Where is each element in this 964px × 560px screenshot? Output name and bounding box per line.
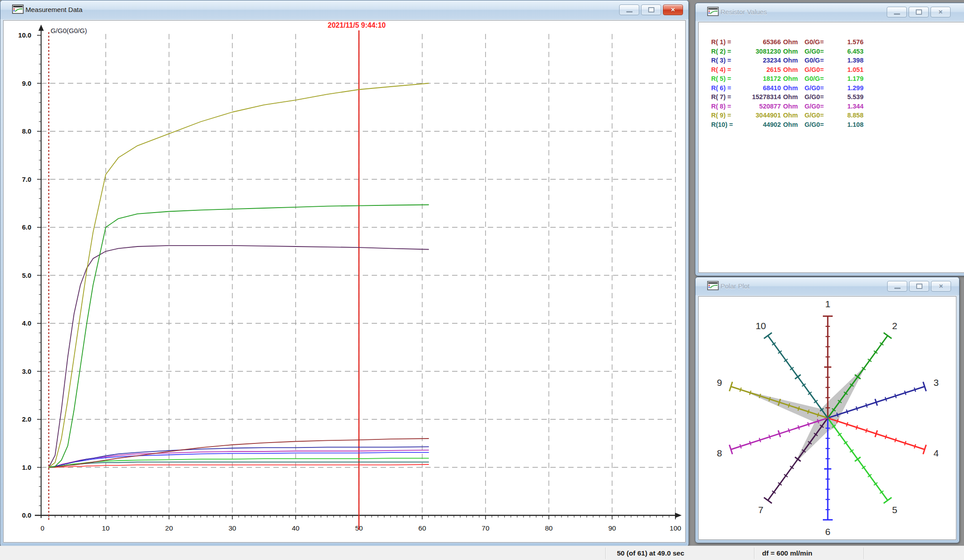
close-button[interactable]: ✕ bbox=[931, 281, 951, 292]
resistor-rg: G/G0= bbox=[802, 65, 831, 75]
minimize-button[interactable] bbox=[887, 281, 907, 292]
minimize-icon bbox=[626, 11, 633, 13]
resistor-rl: R( 6) = bbox=[711, 84, 740, 93]
resistor-rr: 1.344 bbox=[831, 102, 863, 111]
resistor-rg: G/G0= bbox=[802, 111, 831, 120]
svg-text:8.0: 8.0 bbox=[22, 127, 31, 135]
restore-icon bbox=[648, 7, 654, 13]
svg-text:10: 10 bbox=[102, 524, 110, 532]
resistor-rv: 23234 bbox=[740, 56, 781, 65]
close-button[interactable]: ✕ bbox=[930, 7, 951, 17]
resistor-rl: R(10) = bbox=[711, 120, 740, 130]
resistor-rg: G/G0= bbox=[802, 102, 831, 111]
resistor-ro: Ohm bbox=[781, 56, 802, 65]
resistor-rows: R( 1) =65366OhmG0/G=1.576R( 2) =3081230O… bbox=[711, 38, 863, 129]
svg-text:0: 0 bbox=[41, 524, 45, 532]
resistor-ro: Ohm bbox=[781, 47, 802, 56]
restore-button[interactable] bbox=[909, 7, 929, 17]
resistor-ro: Ohm bbox=[781, 111, 802, 120]
polar-plot-titlebar[interactable]: Polar Plot ✕ bbox=[696, 277, 959, 295]
svg-text:100: 100 bbox=[670, 524, 681, 532]
resistor-rr: 1.179 bbox=[831, 74, 863, 84]
chart-window-icon bbox=[707, 281, 719, 290]
resistor-row: R( 7) =15278314OhmG/G0=5.539 bbox=[711, 92, 863, 102]
resistor-rv: 65366 bbox=[740, 38, 781, 47]
resistor-rr: 1.398 bbox=[831, 56, 863, 65]
svg-text:3.0: 3.0 bbox=[22, 368, 31, 375]
resistor-ro: Ohm bbox=[781, 84, 802, 93]
resistor-rl: R( 8) = bbox=[711, 102, 740, 111]
measurement-data-titlebar[interactable]: Measurement Data ✕ bbox=[0, 0, 688, 19]
resistor-rl: R( 1) = bbox=[711, 38, 740, 47]
minimize-button[interactable] bbox=[619, 4, 639, 15]
resistor-row: R( 5) =18172OhmG0/G=1.179 bbox=[711, 74, 863, 84]
measurement-data-window: Measurement Data ✕ 010203040506070809010… bbox=[0, 0, 689, 547]
resistor-rl: R( 2) = bbox=[711, 47, 740, 56]
resistor-rg: G0/G= bbox=[802, 56, 831, 65]
resistor-rl: R( 4) = bbox=[711, 65, 740, 75]
svg-text:G/G0(G0/G): G/G0(G0/G) bbox=[50, 27, 87, 34]
spoke-label: 3 bbox=[934, 377, 939, 388]
resistor-row: R( 9) =3044901OhmG/G0=8.858 bbox=[711, 111, 863, 120]
status-bar: 50 (of 61) at 49.0 sec df = 600 ml/min bbox=[0, 546, 964, 560]
resistor-rr: 1.576 bbox=[831, 38, 863, 47]
resistor-rr: 1.299 bbox=[831, 84, 863, 93]
spoke-label: 6 bbox=[825, 527, 830, 537]
resistor-rr: 1.108 bbox=[831, 120, 863, 130]
resistor-rg: G/G0= bbox=[802, 92, 831, 102]
svg-text:5.0: 5.0 bbox=[22, 272, 31, 279]
minimize-icon bbox=[894, 13, 900, 15]
resistor-rv: 15278314 bbox=[740, 92, 781, 102]
window-title: Measurement Data bbox=[25, 6, 83, 13]
resistor-rv: 2615 bbox=[740, 65, 781, 75]
resistor-rl: R( 7) = bbox=[711, 92, 740, 102]
resistor-rv: 3044901 bbox=[740, 111, 781, 120]
resistor-ro: Ohm bbox=[781, 38, 802, 47]
svg-text:70: 70 bbox=[482, 524, 490, 532]
resistor-rg: G/G0= bbox=[802, 120, 831, 130]
close-button[interactable]: ✕ bbox=[663, 4, 683, 15]
close-icon: ✕ bbox=[939, 283, 943, 289]
resistor-rv: 3081230 bbox=[740, 47, 781, 56]
svg-text:30: 30 bbox=[228, 524, 236, 532]
svg-text:9.0: 9.0 bbox=[22, 79, 31, 87]
resistor-rg: G0/G= bbox=[802, 74, 831, 84]
minimize-icon bbox=[894, 288, 901, 289]
resistor-row: R( 1) =65366OhmG0/G=1.576 bbox=[711, 38, 863, 47]
spoke-label: 9 bbox=[717, 377, 722, 388]
svg-text:6.0: 6.0 bbox=[22, 223, 31, 231]
status-cursor-text: 50 (of 61) at 49.0 sec bbox=[617, 546, 684, 560]
spoke-label: 1 bbox=[825, 299, 830, 309]
spoke-label: 7 bbox=[758, 505, 763, 515]
svg-text:0.0: 0.0 bbox=[22, 511, 31, 519]
restore-button[interactable] bbox=[641, 4, 661, 15]
resistor-ro: Ohm bbox=[781, 102, 802, 111]
spoke-label: 8 bbox=[717, 448, 722, 458]
svg-text:20: 20 bbox=[165, 524, 173, 532]
measurement-chart-area: 01020304050607080901000.01.02.03.04.05.0… bbox=[3, 20, 686, 543]
polar-plot-window: Polar Plot ✕ 12345678910 bbox=[695, 277, 960, 543]
resistor-rv: 18172 bbox=[740, 74, 781, 84]
chart-window-icon bbox=[707, 7, 719, 16]
spoke-label: 4 bbox=[934, 448, 939, 458]
spoke-label: 2 bbox=[892, 321, 897, 331]
restore-button[interactable] bbox=[909, 281, 929, 292]
resistor-rl: R( 3) = bbox=[711, 56, 740, 65]
svg-text:80: 80 bbox=[545, 524, 553, 532]
resistor-rr: 6.453 bbox=[831, 47, 863, 56]
resistor-row: R( 2) =3081230OhmG/G0=6.453 bbox=[711, 47, 863, 56]
status-separator bbox=[863, 547, 864, 559]
resistor-rl: R( 5) = bbox=[711, 74, 740, 84]
resistor-rl: R( 9) = bbox=[711, 111, 740, 120]
resistor-row: R( 4) =2615OhmG/G0=1.051 bbox=[711, 65, 863, 75]
status-separator bbox=[754, 547, 754, 559]
restore-icon bbox=[916, 9, 922, 15]
svg-text:2.0: 2.0 bbox=[22, 415, 31, 423]
minimize-button[interactable] bbox=[887, 7, 907, 17]
resistor-row: R(10) =44902OhmG/G0=1.108 bbox=[711, 120, 863, 130]
svg-text:40: 40 bbox=[292, 524, 300, 532]
resistor-values-titlebar[interactable]: Resistor Values ✕ bbox=[696, 3, 964, 21]
restore-icon bbox=[916, 284, 922, 289]
resistor-values-window: Resistor Values ✕ R( 1) =65366OhmG0/G=1.… bbox=[695, 3, 964, 276]
window-title: Resistor Values bbox=[721, 8, 767, 16]
